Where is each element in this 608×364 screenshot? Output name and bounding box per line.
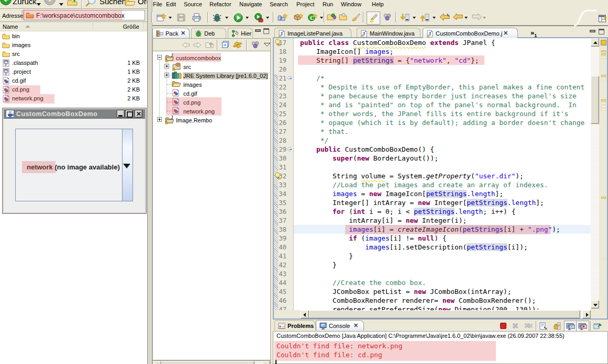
horizontal-scrollbar[interactable] [152, 360, 271, 364]
more-editors-chevron[interactable]: »1 [530, 29, 537, 38]
scroll-up-button[interactable] [591, 38, 599, 47]
open-resource-button[interactable] [339, 13, 348, 21]
warning-marker[interactable] [601, 53, 606, 55]
fold-collapse-icon[interactable] [288, 76, 292, 80]
column-header-name[interactable]: Name [0, 22, 93, 31]
dropdown-icon[interactable] [413, 17, 416, 19]
close-icon[interactable] [503, 30, 508, 36]
warning-quickfix-icon[interactable] [274, 39, 281, 46]
fold-collapse-icon[interactable] [288, 147, 292, 151]
maximize-editor-button[interactable] [599, 29, 604, 35]
forward-button[interactable] [44, 0, 57, 6]
warning-marker[interactable] [601, 99, 606, 101]
maximize-view-button[interactable] [263, 28, 269, 34]
clear-console-button[interactable] [539, 322, 548, 330]
run-button[interactable] [234, 13, 243, 22]
menu-project[interactable]: Project [296, 1, 314, 7]
warning-quickfix-icon[interactable] [274, 172, 281, 179]
up-folder-button[interactable] [67, 0, 78, 6]
scrollbar-thumb[interactable] [161, 361, 255, 364]
combo-dropdown-button[interactable] [122, 129, 132, 201]
file-row-src[interactable]: src [0, 50, 147, 59]
folders-button-label[interactable]: Ordner [138, 0, 147, 6]
next-annotation-button[interactable] [400, 13, 410, 22]
minimize-view-button[interactable] [255, 29, 261, 32]
dropdown-icon[interactable] [465, 17, 468, 19]
close-button[interactable] [135, 110, 142, 118]
annotations-overview-icon[interactable] [601, 40, 606, 46]
dropdown-icon[interactable] [169, 17, 172, 19]
scrollbar-thumb[interactable] [591, 76, 599, 124]
forward-history-button[interactable] [472, 13, 482, 21]
go-up-icon[interactable] [205, 41, 214, 48]
remove-launch-button[interactable] [512, 322, 519, 329]
vertical-scrollbar[interactable] [591, 38, 599, 309]
tab-pack[interactable]: Pack [152, 28, 190, 38]
close-icon[interactable] [180, 30, 186, 36]
link-with-editor-icon[interactable] [233, 41, 242, 49]
previous-annotation-button[interactable] [420, 13, 429, 22]
menu-source[interactable]: Source [184, 1, 202, 7]
collapse-toggle[interactable] [157, 55, 162, 60]
menu-edit[interactable]: Edit [166, 1, 176, 7]
back-arrow-icon[interactable] [182, 42, 190, 48]
tab-problems[interactable]: Problems [274, 320, 316, 331]
collapse-all-icon[interactable] [222, 41, 229, 49]
open-type-button[interactable] [327, 13, 336, 21]
swing-title-bar[interactable]: CustomComboBoxDemo [4, 109, 145, 119]
back-button[interactable] [0, 0, 13, 6]
code-area[interactable]: public class CustomComboBoxDemo extends … [294, 38, 591, 310]
forward-arrow-icon[interactable] [193, 42, 202, 48]
scrollbar-thumb[interactable] [309, 310, 580, 318]
dropdown-icon[interactable] [266, 17, 269, 19]
warning-marker[interactable] [601, 56, 606, 59]
maximize-button[interactable] [125, 110, 133, 118]
tab-hier[interactable]: Hier [228, 28, 253, 38]
dropdown-icon[interactable] [433, 17, 436, 19]
tab-console[interactable]: Console [316, 320, 364, 331]
search-icon[interactable] [85, 0, 97, 7]
menu-navigate[interactable]: Navigate [239, 1, 262, 7]
minimize-editor-button[interactable] [590, 30, 595, 32]
dropdown-icon[interactable] [246, 17, 249, 19]
search-button-label[interactable]: Suchen [100, 0, 126, 6]
file-row-cd.gif[interactable]: cd.gif2 KB [0, 76, 147, 85]
format-button[interactable] [351, 13, 360, 21]
column-header-size[interactable]: Größe [93, 22, 144, 31]
scroll-right-button[interactable] [582, 310, 591, 318]
terminate-button[interactable] [500, 322, 507, 329]
tab-mainwindow-java[interactable]: JMainWindow.java [357, 28, 421, 38]
expand-toggle[interactable] [164, 64, 169, 69]
horizontal-scrollbar[interactable] [301, 310, 591, 318]
new-java-project-button[interactable]: J [278, 13, 288, 22]
warning-marker[interactable] [601, 106, 606, 108]
save-button[interactable] [177, 13, 185, 21]
tree-item-images[interactable]: images [153, 80, 271, 89]
back-history-button[interactable] [452, 13, 463, 21]
close-icon[interactable] [353, 323, 359, 328]
debug-button[interactable] [213, 13, 222, 22]
print-button[interactable] [192, 13, 201, 21]
view-menu-icon[interactable] [264, 43, 270, 47]
tree-item-cd-gif[interactable]: cd.gif [153, 89, 271, 98]
back-button-label[interactable]: Zurück [13, 0, 37, 6]
dropdown-icon[interactable] [320, 17, 323, 19]
pin-console-toggle[interactable] [593, 322, 602, 330]
tab-deb[interactable]: Deb [191, 28, 226, 38]
forward-dropdown-icon[interactable] [59, 3, 63, 6]
warning-marker[interactable] [601, 258, 606, 260]
minimize-button[interactable] [117, 110, 125, 118]
warning-marker[interactable] [601, 103, 606, 105]
new-class-button[interactable]: C [307, 13, 318, 22]
tree-item-image-rembo[interactable]: J!Image.Rembo [153, 116, 271, 124]
warning-marker[interactable] [601, 197, 606, 199]
scroll-down-button[interactable] [591, 300, 599, 309]
remove-all-terminated-button[interactable] [524, 322, 533, 329]
tab-imagelistepanel-java[interactable]: JImageListePanel.java [274, 28, 351, 38]
menu-refactor[interactable]: Refactor [209, 1, 231, 7]
warning-marker[interactable] [601, 109, 606, 111]
menu-run[interactable]: Run [323, 1, 333, 7]
scroll-left-button[interactable] [153, 361, 161, 364]
tree-item-jre-system-library-jre1-6-0-02-[interactable]: JRE System Library [jre1.6.0_02] [153, 71, 271, 80]
expand-toggle[interactable] [164, 73, 169, 77]
